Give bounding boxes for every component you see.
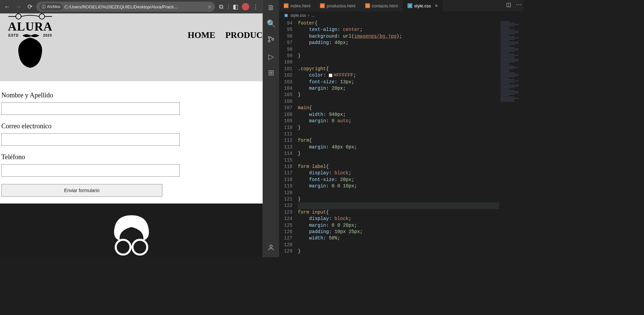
minimap[interactable] [499,19,523,257]
menu-icon[interactable]: ⋮ [251,2,261,12]
forward-button[interactable]: → [13,2,23,12]
breadcrumb-more: ... [311,13,315,18]
svg-point-0 [16,14,21,19]
html-file-icon: <> [365,3,370,8]
tab-productos-html[interactable]: <>productos.html [315,0,360,11]
nav-productos[interactable]: PRODUC [225,30,263,40]
form-section: Nombre y Apellido Correo electronico Tel… [0,81,263,204]
css-file-icon: # [408,3,412,8]
more-actions-icon[interactable]: ⋯ [516,1,521,8]
breadcrumb[interactable]: # style.css › ... [279,11,523,19]
svg-text:<>: <> [321,5,324,7]
input-telefono[interactable] [1,164,180,177]
logo-subtext: ESTD 2020 [8,34,52,38]
svg-point-10 [270,245,272,248]
svg-point-9 [272,38,274,40]
info-icon: ⓘ [42,4,46,10]
search-icon[interactable]: 🔍 [267,19,276,28]
back-button[interactable]: ← [2,2,12,12]
label-telefono: Teléfono [1,153,261,161]
tab-bar: <>index.html<>productos.html<>contacto.h… [279,0,523,11]
svg-text:<>: <> [366,5,369,7]
glasses-icon [8,13,52,19]
title-actions: ◫ ⋯ [506,1,521,8]
sidepanel-icon[interactable]: ◧ [230,2,240,12]
svg-point-1 [39,14,45,19]
profile-icon[interactable] [242,3,249,10]
tab-label: index.html [290,3,310,8]
tab-label: contacto.html [372,3,398,8]
tab-index-html[interactable]: <>index.html [279,0,315,11]
svg-point-8 [268,40,270,42]
html-file-icon: <> [284,3,288,8]
star-icon[interactable]: ☆ [208,4,212,9]
page-header: ALURA ESTD 2020 HOME PRODUC [0,13,263,81]
separator: | [228,4,229,10]
logo: ALURA ESTD 2020 [3,13,57,71]
mustache-icon [22,34,39,38]
svg-point-5 [132,240,147,255]
beard-icon [15,38,45,68]
svg-text:#: # [409,5,411,7]
url-text: C:/Users/ROGELIO%20EZEQUIEL/Desktop/Alur… [64,4,206,9]
browser-window: ← → ⟳ ⓘ Archivo C:/Users/ROGELIO%20EZEQU… [0,0,263,257]
split-editor-icon[interactable]: ◫ [506,1,511,8]
footer-face-icon [105,214,158,257]
page-content: ALURA ESTD 2020 HOME PRODUC Nombre y Ape… [0,13,263,257]
svg-point-4 [116,240,130,255]
code-area[interactable]: footer{ text-align: center; background: … [298,19,499,257]
label-correo: Correo electronico [1,122,261,130]
svg-text:<>: <> [285,5,287,7]
tab-style-css[interactable]: #style.css× [403,0,443,11]
editor-zone: <>index.html<>productos.html<>contacto.h… [279,0,523,257]
svg-point-7 [268,37,270,39]
tab-label: productos.html [327,3,355,8]
reload-button[interactable]: ⟳ [25,2,35,12]
nav-home[interactable]: HOME [187,30,215,40]
html-file-icon: <> [320,3,325,8]
editor[interactable]: 9495969798991001011021031041051061071081… [279,19,523,257]
nav: HOME PRODUC [187,30,263,40]
vscode-window: ◫ ⋯ 🗎 🔍 ▷ ⊞ <>index.html<>productos.html… [263,0,523,257]
close-icon[interactable]: × [435,3,438,8]
label-nombre: Nombre y Apellido [1,91,261,99]
input-correo[interactable] [1,133,180,146]
breadcrumb-file: style.css [290,13,306,18]
source-control-icon[interactable] [267,36,275,45]
line-gutter: 9495969798991001011021031041051061071081… [279,19,298,257]
file-badge: ⓘ Archivo [40,3,62,10]
chevron-right-icon: › [308,13,309,18]
page-footer [0,204,263,257]
extensions-icon[interactable]: ⊞ [268,69,274,77]
accounts-icon[interactable] [267,244,275,253]
color-swatch [329,74,332,77]
tab-contacto-html[interactable]: <>contacto.html [361,0,403,11]
address-bar[interactable]: ⓘ Archivo C:/Users/ROGELIO%20EZEQUIEL/De… [36,2,215,12]
explorer-icon[interactable]: 🗎 [267,3,275,12]
logo-text: ALURA [8,19,52,34]
activity-bar: 🗎 🔍 ▷ ⊞ [263,0,279,257]
input-nombre[interactable] [1,102,180,115]
addr-label: Archivo [47,4,60,9]
css-file-icon: # [284,13,288,18]
run-debug-icon[interactable]: ▷ [268,52,274,61]
submit-button[interactable]: Enviar formulario [1,184,162,197]
extensions-icon[interactable]: ⧉ [216,2,226,12]
browser-toolbar: ← → ⟳ ⓘ Archivo C:/Users/ROGELIO%20EZEQU… [0,0,263,13]
tab-label: style.css [414,3,431,8]
